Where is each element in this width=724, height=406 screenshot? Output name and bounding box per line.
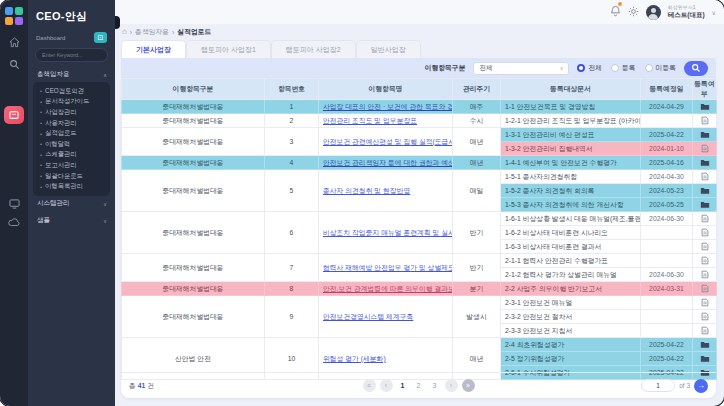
sidebar-item-보고서관리[interactable]: •보고서관리 [40, 160, 110, 171]
sidebar-item-사용자관리[interactable]: •사용자관리 [40, 118, 110, 129]
cell-cycle: 수시 [453, 114, 501, 128]
cell-registered[interactable] [693, 282, 717, 296]
item-name-link[interactable]: 안전보건 관련예산편성 및 집행 실적(도급사 포함) [323, 138, 453, 145]
breadcrumb-item[interactable]: 총책임자용 [135, 27, 169, 37]
search-button[interactable] [684, 61, 708, 76]
cell-registered[interactable] [693, 170, 717, 184]
bullet-icon: • [40, 131, 42, 137]
cell-cycle: 매주 [453, 100, 501, 114]
dashboard-open-icon[interactable]: ⊡ [94, 32, 107, 43]
folder-icon [700, 200, 710, 209]
cell-registered[interactable] [693, 310, 717, 324]
cell-registered[interactable] [693, 184, 717, 198]
cell-registered[interactable] [693, 198, 717, 212]
home-icon[interactable] [4, 32, 24, 52]
prev-page-button[interactable]: ‹ [380, 379, 393, 392]
cell-registered[interactable] [693, 212, 717, 226]
cell-registered[interactable] [693, 128, 717, 142]
cell-registered[interactable] [693, 114, 717, 128]
cell-registered[interactable] [693, 338, 717, 352]
document-icon [700, 172, 710, 181]
sidebar-item-스케줄관리[interactable]: •스케줄관리 [40, 150, 110, 161]
item-name-link[interactable]: 안전관리 조직도 및 업무분장표 [323, 117, 417, 124]
document-icon [700, 116, 710, 125]
cell-registered[interactable] [693, 296, 717, 310]
sidebar-item-일괄다운로드[interactable]: •일괄다운로드 [40, 171, 110, 182]
cell-category: 중대재해처벌법대응 [122, 170, 265, 212]
page-number-2[interactable]: 2 [413, 382, 425, 389]
cell-registered[interactable] [693, 142, 717, 156]
next-page-button[interactable]: › [445, 379, 458, 392]
settings-gear-icon[interactable] [628, 3, 639, 21]
item-name-link[interactable]: 안전보건 관리책임자 등에 대한 권한과 예산부여 및 업.. [323, 159, 453, 166]
cloud-icon[interactable] [4, 212, 24, 232]
document-icon [700, 214, 710, 223]
cell-registered[interactable] [693, 324, 717, 338]
item-name-link[interactable]: 비상조치 작업중지 매뉴얼 훈련계획 및 실시결과 보고서 [323, 229, 453, 236]
sidebar-group-header[interactable]: 총책임자용 ∧ [37, 70, 107, 79]
tab-일반사업장[interactable]: 일반사업장 [356, 40, 421, 58]
cell-target-doc: 2-1-1 협력사 안전관리 수행평가표 [501, 254, 641, 268]
cell-registered[interactable] [693, 156, 717, 170]
sidebar-group-sample[interactable]: 샘플 ∨ [37, 216, 107, 225]
page-number-1[interactable]: 1 [397, 382, 409, 389]
tab-램토피아 사업장2[interactable]: 램토피아 사업장2 [271, 40, 356, 58]
tab-기본사업장[interactable]: 기본사업장 [121, 40, 186, 58]
search-rail-icon[interactable] [4, 54, 24, 74]
sidebar-item-사업장관리[interactable]: •사업장관리 [40, 107, 110, 118]
tab-램토피아 사업장1[interactable]: 램토피아 사업장1 [186, 40, 271, 58]
radio-전체[interactable]: 전체 [577, 63, 602, 73]
user-menu-chevron-icon[interactable]: ∨ [712, 9, 716, 16]
first-page-button[interactable]: « [363, 379, 376, 392]
cell-item-name: 안전보건 관련예산편성 및 집행 실적(도급사 포함) [319, 128, 453, 156]
app-window: CEO-안심 Dashboard ⊡ 총책임자용 ∧ •CEO검토의견•문서작성… [0, 0, 724, 406]
sidebar-search-input[interactable] [35, 48, 108, 62]
topbar: 최상위부서1 테스트(대표) ∨ [115, 0, 724, 24]
filter-select[interactable]: 전체 ∨ [473, 62, 569, 75]
last-page-button[interactable]: » [462, 379, 475, 392]
table-row: 중대재해처벌법대응3안전보건 관련예산편성 및 집행 실적(도급사 포함)매년1… [122, 128, 717, 142]
sidebar-collapse-handle[interactable] [115, 16, 120, 29]
cell-registered[interactable] [693, 100, 717, 114]
item-name-link[interactable]: 위험성 평가 (세분화) [323, 355, 386, 362]
sidebar-item-문서작성가이드[interactable]: •문서작성가이드 [40, 97, 110, 108]
page-number-3[interactable]: 3 [429, 382, 441, 389]
item-name-link[interactable]: 종사자 의견청취 및 현장반영 [323, 187, 410, 194]
sidebar-item-이행달력[interactable]: •이행달력 [40, 139, 110, 150]
cell-category: 중대재해처벌법대응 [122, 156, 265, 170]
radio-등록[interactable]: 등록 [611, 63, 636, 73]
sidebar-item-이행목록관리[interactable]: •이행목록관리 [40, 181, 110, 192]
sidebar-item-CEO검토의견[interactable]: •CEO검토의견 [40, 86, 110, 97]
cell-due-date [641, 296, 693, 310]
cell-registered[interactable] [693, 352, 717, 366]
system-monitor-icon[interactable] [4, 194, 24, 214]
cell-registered[interactable] [693, 268, 717, 282]
item-name-link[interactable]: 사업장 대표의 안전 · 보건에 관한 목표와 경영방침을 .. [323, 103, 453, 110]
user-avatar[interactable] [646, 5, 661, 20]
column-header-항목번호: 항목번호 [265, 79, 319, 100]
cell-registered[interactable] [693, 240, 717, 254]
sidebar-group-system[interactable]: 시스템관리 ∨ [37, 199, 107, 208]
folder-icon [700, 354, 710, 363]
breadcrumb-home-icon[interactable]: ⌂ [122, 28, 127, 36]
upload-menu-active-icon[interactable] [4, 106, 24, 124]
page-input[interactable] [641, 379, 675, 392]
column-header-이행항목구분: 이행항목구분 [122, 79, 265, 100]
app-logo-icon[interactable] [5, 7, 23, 25]
sidebar-item-label: 이행목록관리 [45, 182, 83, 191]
cell-registered[interactable] [693, 254, 717, 268]
radio-미등록[interactable]: 미등록 [645, 63, 676, 73]
sidebar-item-실적업로드[interactable]: •실적업로드 [40, 128, 110, 139]
notification-bell-icon[interactable] [610, 3, 621, 21]
cell-registered[interactable] [693, 226, 717, 240]
item-name-link[interactable]: 안전,보건 관계법령에 따른 의무이행 결과보고 [323, 285, 453, 292]
cell-category: 중대재해처벌법대응 [122, 128, 265, 156]
item-name-link[interactable]: 안전보건경영시스템 체계구축 [323, 313, 413, 320]
upload-table: 이행항목구분항목번호이행항목명관리주기등록대상문서등록예정일등록여부 중대재해처… [121, 78, 717, 380]
logo-dot-orange [5, 17, 13, 25]
folder-icon [700, 186, 710, 195]
cell-item-number: 5 [265, 170, 319, 212]
page-go-button[interactable]: → [694, 379, 708, 393]
item-name-link[interactable]: 협력사 재해예방 안전업무 평가 및 상벌제도 [323, 264, 453, 271]
cell-item-number: 7 [265, 254, 319, 282]
